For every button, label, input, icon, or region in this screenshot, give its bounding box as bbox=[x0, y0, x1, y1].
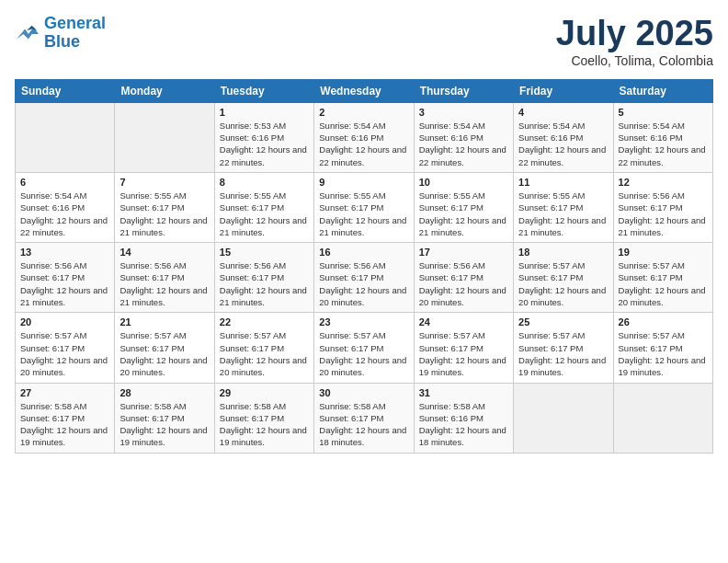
day-info: Sunrise: 5:55 AMSunset: 6:17 PMDaylight:… bbox=[518, 190, 608, 238]
calendar-cell: 7Sunrise: 5:55 AMSunset: 6:17 PMDaylight… bbox=[115, 172, 214, 242]
day-number: 21 bbox=[119, 316, 209, 327]
calendar-table: SundayMondayTuesdayWednesdayThursdayFrid… bbox=[15, 79, 713, 454]
calendar-cell bbox=[16, 102, 115, 172]
day-number: 31 bbox=[419, 387, 508, 398]
day-number: 22 bbox=[220, 316, 309, 327]
day-number: 17 bbox=[419, 247, 508, 258]
day-info: Sunrise: 5:53 AMSunset: 6:16 PMDaylight:… bbox=[220, 120, 309, 168]
weekday-header: Thursday bbox=[414, 79, 513, 102]
calendar-cell: 15Sunrise: 5:56 AMSunset: 6:17 PMDayligh… bbox=[214, 243, 313, 313]
day-info: Sunrise: 5:55 AMSunset: 6:17 PMDaylight:… bbox=[319, 190, 408, 238]
day-info: Sunrise: 5:58 AMSunset: 6:17 PMDaylight:… bbox=[220, 400, 309, 449]
day-number: 11 bbox=[518, 177, 608, 188]
calendar-cell: 6Sunrise: 5:54 AMSunset: 6:16 PMDaylight… bbox=[16, 172, 115, 242]
day-number: 7 bbox=[119, 177, 209, 188]
logo-text: GeneralBlue bbox=[44, 15, 106, 52]
calendar-cell: 13Sunrise: 5:56 AMSunset: 6:17 PMDayligh… bbox=[16, 243, 115, 313]
calendar-cell: 29Sunrise: 5:58 AMSunset: 6:17 PMDayligh… bbox=[214, 383, 313, 453]
calendar-cell bbox=[514, 383, 613, 453]
day-number: 2 bbox=[319, 107, 408, 118]
day-number: 30 bbox=[319, 387, 408, 398]
day-number: 23 bbox=[319, 316, 408, 327]
weekday-header: Saturday bbox=[613, 79, 712, 102]
title-block: July 2025 Coello, Tolima, Colombia bbox=[556, 15, 713, 68]
day-info: Sunrise: 5:54 AMSunset: 6:16 PMDaylight:… bbox=[20, 190, 109, 238]
calendar-cell: 16Sunrise: 5:56 AMSunset: 6:17 PMDayligh… bbox=[314, 243, 414, 313]
weekday-header: Monday bbox=[115, 79, 214, 102]
day-number: 20 bbox=[20, 316, 109, 327]
day-number: 4 bbox=[518, 107, 608, 118]
day-info: Sunrise: 5:57 AMSunset: 6:17 PMDaylight:… bbox=[619, 259, 708, 308]
weekday-header: Wednesday bbox=[314, 79, 414, 102]
calendar-week-row: 13Sunrise: 5:56 AMSunset: 6:17 PMDayligh… bbox=[16, 243, 713, 313]
calendar-cell: 19Sunrise: 5:57 AMSunset: 6:17 PMDayligh… bbox=[613, 243, 712, 313]
day-number: 26 bbox=[619, 316, 708, 327]
day-info: Sunrise: 5:55 AMSunset: 6:17 PMDaylight:… bbox=[419, 190, 508, 238]
calendar-cell: 21Sunrise: 5:57 AMSunset: 6:17 PMDayligh… bbox=[115, 313, 214, 383]
day-info: Sunrise: 5:55 AMSunset: 6:17 PMDaylight:… bbox=[119, 190, 209, 238]
calendar-cell: 30Sunrise: 5:58 AMSunset: 6:17 PMDayligh… bbox=[314, 383, 414, 453]
day-number: 14 bbox=[119, 247, 209, 258]
logo-icon bbox=[15, 22, 40, 44]
day-number: 9 bbox=[319, 177, 408, 188]
day-number: 15 bbox=[220, 247, 309, 258]
day-number: 10 bbox=[419, 177, 508, 188]
day-info: Sunrise: 5:57 AMSunset: 6:17 PMDaylight:… bbox=[619, 329, 708, 378]
day-info: Sunrise: 5:57 AMSunset: 6:17 PMDaylight:… bbox=[518, 329, 608, 378]
calendar-week-row: 20Sunrise: 5:57 AMSunset: 6:17 PMDayligh… bbox=[16, 313, 713, 383]
day-number: 13 bbox=[20, 247, 109, 258]
day-info: Sunrise: 5:57 AMSunset: 6:17 PMDaylight:… bbox=[20, 329, 109, 378]
calendar-cell: 26Sunrise: 5:57 AMSunset: 6:17 PMDayligh… bbox=[613, 313, 712, 383]
day-info: Sunrise: 5:57 AMSunset: 6:17 PMDaylight:… bbox=[419, 329, 508, 378]
day-number: 29 bbox=[220, 387, 309, 398]
calendar-cell: 25Sunrise: 5:57 AMSunset: 6:17 PMDayligh… bbox=[514, 313, 613, 383]
day-number: 16 bbox=[319, 247, 408, 258]
day-info: Sunrise: 5:57 AMSunset: 6:17 PMDaylight:… bbox=[220, 329, 309, 378]
day-info: Sunrise: 5:56 AMSunset: 6:17 PMDaylight:… bbox=[220, 259, 309, 308]
calendar-cell: 20Sunrise: 5:57 AMSunset: 6:17 PMDayligh… bbox=[16, 313, 115, 383]
calendar-cell: 4Sunrise: 5:54 AMSunset: 6:16 PMDaylight… bbox=[514, 102, 613, 172]
calendar-cell: 18Sunrise: 5:57 AMSunset: 6:17 PMDayligh… bbox=[514, 243, 613, 313]
day-number: 19 bbox=[619, 247, 708, 258]
day-info: Sunrise: 5:56 AMSunset: 6:17 PMDaylight:… bbox=[20, 259, 109, 308]
day-info: Sunrise: 5:58 AMSunset: 6:17 PMDaylight:… bbox=[20, 400, 109, 449]
calendar-week-row: 27Sunrise: 5:58 AMSunset: 6:17 PMDayligh… bbox=[16, 383, 713, 453]
day-info: Sunrise: 5:57 AMSunset: 6:17 PMDaylight:… bbox=[119, 329, 209, 378]
calendar-cell: 9Sunrise: 5:55 AMSunset: 6:17 PMDaylight… bbox=[314, 172, 414, 242]
day-number: 27 bbox=[20, 387, 109, 398]
location-subtitle: Coello, Tolima, Colombia bbox=[556, 53, 713, 68]
calendar-cell: 24Sunrise: 5:57 AMSunset: 6:17 PMDayligh… bbox=[414, 313, 513, 383]
day-info: Sunrise: 5:58 AMSunset: 6:17 PMDaylight:… bbox=[319, 400, 408, 449]
day-info: Sunrise: 5:56 AMSunset: 6:17 PMDaylight:… bbox=[619, 190, 708, 238]
day-info: Sunrise: 5:56 AMSunset: 6:17 PMDaylight:… bbox=[319, 259, 408, 308]
day-number: 25 bbox=[518, 316, 608, 327]
calendar-cell: 27Sunrise: 5:58 AMSunset: 6:17 PMDayligh… bbox=[16, 383, 115, 453]
day-number: 3 bbox=[419, 107, 508, 118]
day-info: Sunrise: 5:57 AMSunset: 6:17 PMDaylight:… bbox=[319, 329, 408, 378]
day-number: 8 bbox=[220, 177, 309, 188]
day-info: Sunrise: 5:54 AMSunset: 6:16 PMDaylight:… bbox=[518, 120, 608, 168]
day-number: 5 bbox=[619, 107, 708, 118]
calendar-cell: 22Sunrise: 5:57 AMSunset: 6:17 PMDayligh… bbox=[214, 313, 313, 383]
calendar-cell bbox=[613, 383, 712, 453]
day-number: 12 bbox=[619, 177, 708, 188]
calendar-cell: 17Sunrise: 5:56 AMSunset: 6:17 PMDayligh… bbox=[414, 243, 513, 313]
day-info: Sunrise: 5:56 AMSunset: 6:17 PMDaylight:… bbox=[419, 259, 508, 308]
day-info: Sunrise: 5:54 AMSunset: 6:16 PMDaylight:… bbox=[319, 120, 408, 168]
calendar-cell: 3Sunrise: 5:54 AMSunset: 6:16 PMDaylight… bbox=[414, 102, 513, 172]
calendar-cell: 23Sunrise: 5:57 AMSunset: 6:17 PMDayligh… bbox=[314, 313, 414, 383]
calendar-cell: 5Sunrise: 5:54 AMSunset: 6:16 PMDaylight… bbox=[613, 102, 712, 172]
weekday-header: Tuesday bbox=[214, 79, 313, 102]
calendar-cell: 8Sunrise: 5:55 AMSunset: 6:17 PMDaylight… bbox=[214, 172, 313, 242]
day-info: Sunrise: 5:57 AMSunset: 6:17 PMDaylight:… bbox=[518, 259, 608, 308]
calendar-header-row: SundayMondayTuesdayWednesdayThursdayFrid… bbox=[16, 79, 713, 102]
day-info: Sunrise: 5:55 AMSunset: 6:17 PMDaylight:… bbox=[220, 190, 309, 238]
calendar-cell: 28Sunrise: 5:58 AMSunset: 6:17 PMDayligh… bbox=[115, 383, 214, 453]
calendar-week-row: 6Sunrise: 5:54 AMSunset: 6:16 PMDaylight… bbox=[16, 172, 713, 242]
day-number: 24 bbox=[419, 316, 508, 327]
day-info: Sunrise: 5:56 AMSunset: 6:17 PMDaylight:… bbox=[119, 259, 209, 308]
day-number: 28 bbox=[119, 387, 209, 398]
weekday-header: Sunday bbox=[16, 79, 115, 102]
day-number: 18 bbox=[518, 247, 608, 258]
calendar-cell: 11Sunrise: 5:55 AMSunset: 6:17 PMDayligh… bbox=[514, 172, 613, 242]
